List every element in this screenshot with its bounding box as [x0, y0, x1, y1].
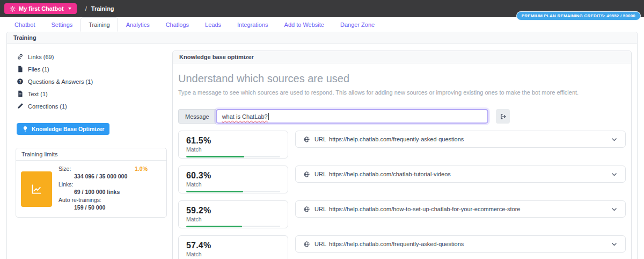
source-type: URL [314, 171, 326, 177]
source-type: URL [314, 136, 326, 142]
chevron-down-icon[interactable] [611, 136, 618, 143]
svg-text:?: ? [19, 79, 21, 84]
top-bar: My first Chatbot / Training PREMIUM PLAN… [0, 0, 644, 17]
source-text: URLhttps://help.chatlab.com/frequently-a… [314, 136, 606, 142]
tab-settings[interactable]: Settings [43, 17, 81, 32]
source-url: https://help.chatlab.com/how-to-set-up-c… [329, 206, 520, 212]
match-results: 61.5% Match URLhttps://help.chatlab.com/… [178, 131, 626, 259]
message-input-value: what is ChatLab? [222, 113, 268, 120]
breadcrumb-current: Training [91, 5, 114, 12]
sidebar-item-text[interactable]: Text (1) [11, 88, 170, 100]
match-card: 59.2% Match [178, 200, 288, 228]
globe-icon [303, 171, 310, 178]
breadcrumb: / Training [85, 5, 114, 12]
sidebar-item-links[interactable]: Links (69) [11, 51, 170, 63]
chatbot-selector-button[interactable]: My first Chatbot [4, 3, 77, 14]
tab-analytics[interactable]: Analytics [118, 17, 158, 32]
text-file-icon [17, 90, 24, 97]
breadcrumb-separator: / [85, 5, 87, 12]
training-limits-title: Training limits [16, 148, 166, 161]
knowledge-base-optimizer-label: Knowledge Base Optimizer [32, 126, 104, 132]
tab-add-to-website[interactable]: Add to Website [276, 17, 332, 32]
source-url: https://help.chatlab.com/chatlab-tutoria… [329, 171, 451, 177]
source-type: URL [314, 241, 326, 247]
chart-line-icon [31, 183, 42, 195]
source-row[interactable]: URLhttps://help.chatlab.com/chatlab-tuto… [295, 166, 626, 183]
auto-retrainings-value: 159 / 50 000 [58, 204, 162, 211]
chevron-down-icon[interactable] [611, 241, 618, 248]
training-limits-card: Training limits Size: 1.0% 334 096 / 35 … [16, 148, 167, 218]
size-label: Size: [58, 166, 71, 172]
size-value: 334 096 / 35 000 000 [58, 173, 162, 180]
message-label: Message [178, 109, 216, 124]
send-icon [499, 113, 507, 120]
match-percent: 60.3% [186, 171, 280, 180]
sidebar-item-label: Links (69) [28, 54, 54, 60]
lightbulb-icon [22, 126, 28, 132]
size-percent: 1.0% [135, 166, 148, 172]
chatbot-selector-label: My first Chatbot [19, 5, 64, 12]
question-circle-icon: ? [17, 78, 24, 85]
section-header: Training [7, 32, 637, 44]
gear-icon [10, 6, 16, 12]
panel-title: Understand which sources are used [178, 72, 626, 85]
training-card: Training Links (69) Files (1) ? Question… [6, 31, 638, 259]
auto-retrainings-label: Auto re-trainings: [58, 197, 101, 204]
source-row[interactable]: URLhttps://help.chatlab.com/frequently-a… [295, 235, 626, 253]
sidebar-item-corrections[interactable]: Corrections (1) [11, 100, 170, 112]
tab-danger-zone[interactable]: Danger Zone [332, 17, 383, 32]
match-progress-fill [186, 191, 243, 192]
sidebar-item-label: Text (1) [28, 91, 48, 97]
sidebar-item-label: Corrections (1) [28, 103, 67, 110]
source-row[interactable]: URLhttps://help.chatlab.com/how-to-set-u… [295, 200, 626, 218]
globe-icon [303, 206, 310, 213]
training-limits-stats: Size: 1.0% 334 096 / 35 000 000 Links: 6… [58, 166, 162, 212]
message-input[interactable]: what is ChatLab? [216, 109, 488, 124]
match-card: 57.4% Match [178, 235, 288, 259]
send-message-button[interactable] [496, 109, 510, 124]
match-label: Match [186, 181, 280, 188]
tab-leads[interactable]: Leads [197, 17, 229, 32]
panel-subtitle: Type a message to see which sources are … [178, 89, 626, 96]
links-label: Links: [58, 181, 73, 188]
knowledge-base-optimizer-panel: Knowledge base optimizer Understand whic… [172, 51, 632, 259]
tab-chatlogs[interactable]: Chatlogs [158, 17, 197, 32]
training-sources-sidebar: Links (69) Files (1) ? Questions & Answe… [11, 51, 170, 218]
link-icon [17, 53, 24, 60]
match-label: Match [186, 251, 280, 257]
source-type: URL [314, 206, 326, 212]
sidebar-item-questions-answers[interactable]: ? Questions & Answers (1) [11, 75, 170, 88]
source-url: https://help.chatlab.com/frequently-aske… [329, 241, 464, 247]
chevron-down-icon[interactable] [611, 206, 618, 213]
match-percent: 59.2% [186, 206, 280, 215]
message-input-group: Message what is ChatLab? [178, 109, 626, 124]
match-percent: 61.5% [186, 136, 280, 145]
match-progress-track [186, 226, 280, 227]
match-progress-fill [186, 226, 242, 227]
chevron-down-icon [68, 8, 71, 10]
panel-header: Knowledge base optimizer [173, 51, 631, 63]
tab-integrations[interactable]: Integrations [229, 17, 276, 32]
sidebar-item-files[interactable]: Files (1) [11, 63, 170, 75]
match-label: Match [186, 216, 280, 222]
sidebar-item-label: Files (1) [28, 66, 49, 73]
tab-chatbot[interactable]: Chatbot [6, 17, 43, 32]
tab-training[interactable]: Training [80, 17, 118, 32]
match-percent: 57.4% [186, 241, 280, 250]
file-icon [17, 66, 24, 73]
knowledge-base-optimizer-button[interactable]: Knowledge Base Optimizer [17, 123, 109, 135]
source-url: https://help.chatlab.com/frequently-aske… [329, 136, 464, 142]
source-row[interactable]: URLhttps://help.chatlab.com/frequently-a… [295, 131, 626, 148]
match-progress-track [186, 156, 280, 157]
sidebar-item-label: Questions & Answers (1) [28, 78, 93, 85]
match-card: 60.3% Match [178, 166, 288, 193]
match-card: 61.5% Match [178, 131, 288, 159]
source-text: URLhttps://help.chatlab.com/chatlab-tuto… [314, 171, 606, 177]
match-progress-track [186, 191, 280, 192]
usage-tile [21, 171, 52, 207]
links-value: 69 / 100 000 links [58, 189, 162, 196]
chevron-down-icon[interactable] [611, 171, 618, 178]
globe-icon [303, 136, 310, 143]
source-text: URLhttps://help.chatlab.com/frequently-a… [314, 241, 606, 247]
text-cursor [268, 113, 269, 120]
